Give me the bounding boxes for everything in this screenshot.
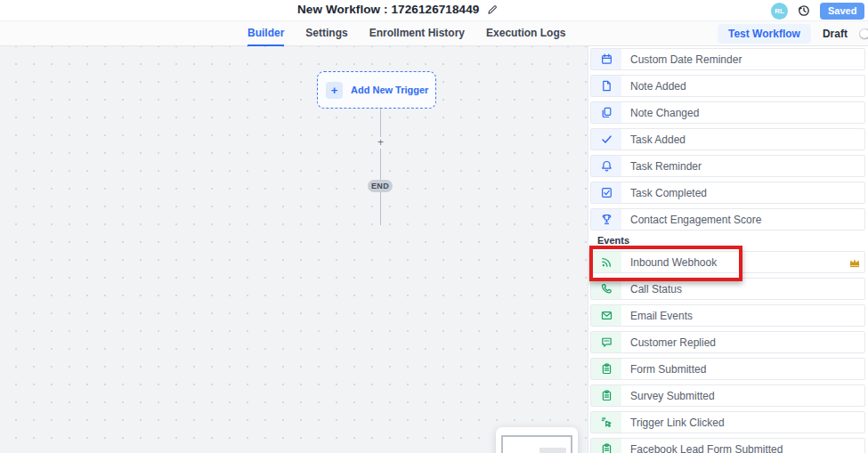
add-step-plus-icon[interactable]: +	[375, 137, 386, 149]
tab-bar: Builder Settings Enrollment History Exec…	[0, 21, 868, 46]
trigger-option-label: Task Reminder	[621, 160, 702, 173]
preview-popup	[496, 427, 578, 453]
trigger-option-facebook-lead-form-submitted[interactable]: Facebook Lead Form Submitted	[590, 438, 865, 453]
trigger-option-task-completed[interactable]: Task Completed	[590, 182, 865, 204]
trigger-option-customer-replied[interactable]: Customer Replied	[590, 331, 865, 353]
draft-label: Draft	[823, 28, 848, 40]
trophy-icon	[591, 209, 621, 230]
trigger-option-label: Call Status	[621, 283, 682, 295]
trigger-option-label: Trigger Link Clicked	[621, 417, 725, 429]
bell-icon	[591, 156, 621, 176]
note-copy-icon	[591, 102, 621, 123]
trigger-option-label: Contact Engagement Score	[621, 214, 761, 226]
history-clock-icon[interactable]	[798, 4, 810, 17]
header-right-cluster: RL Saved	[771, 0, 864, 21]
tab-enrollment-history[interactable]: Enrollment History	[369, 21, 465, 46]
trigger-option-label: Inbound Webhook	[621, 256, 717, 269]
email-icon	[591, 305, 621, 326]
trigger-option-label: Facebook Lead Form Submitted	[621, 443, 783, 453]
trigger-option-email-events[interactable]: Email Events	[590, 304, 865, 327]
trigger-option-note-added[interactable]: Note Added	[590, 75, 865, 97]
trigger-option-call-status[interactable]: Call Status	[590, 278, 865, 300]
trigger-option-label: Note Changed	[621, 107, 699, 119]
top-header: New Workflow : 1726126718449 RL Saved	[0, 0, 868, 21]
trigger-option-contact-engagement-score[interactable]: Contact Engagement Score	[590, 208, 865, 231]
chat-icon	[591, 332, 621, 352]
trigger-option-label: Task Added	[621, 133, 685, 146]
workflow-builder-app: New Workflow : 1726126718449 RL Saved Bu…	[0, 0, 868, 453]
trigger-option-label: Email Events	[621, 310, 693, 322]
publish-toggle[interactable]	[859, 28, 868, 39]
trigger-option-label: Form Submitted	[621, 363, 706, 376]
trigger-option-trigger-link-clicked[interactable]: Trigger Link Clicked	[590, 411, 865, 433]
clipboard-icon	[591, 439, 621, 453]
note-icon	[591, 76, 621, 96]
premium-crown-icon	[848, 256, 861, 269]
clipboard-icon	[591, 385, 621, 406]
preview-placeholder-bar	[539, 448, 566, 453]
connector-line	[380, 109, 381, 225]
plus-icon: +	[326, 82, 343, 99]
link-click-icon	[591, 412, 621, 433]
trigger-options-sidebar: Custom Date Reminder Note Added Note Cha…	[588, 46, 868, 453]
workflow-actions: Test Workflow Draft Publish	[718, 21, 868, 46]
preview-frame	[501, 435, 572, 453]
trigger-option-label: Custom Date Reminder	[621, 53, 742, 66]
add-new-trigger-label: Add New Trigger	[351, 85, 428, 95]
check-icon	[591, 129, 621, 150]
calendar-icon	[591, 49, 621, 69]
trigger-option-task-added[interactable]: Task Added	[590, 128, 865, 150]
toggle-knob	[860, 29, 868, 38]
trigger-option-form-submitted[interactable]: Form Submitted	[590, 358, 865, 380]
tab-settings[interactable]: Settings	[305, 21, 347, 46]
tab-execution-logs[interactable]: Execution Logs	[486, 21, 565, 46]
end-node: END	[368, 180, 393, 192]
trigger-option-inbound-webhook[interactable]: Inbound Webhook	[590, 251, 865, 273]
events-section-label: Events	[597, 235, 864, 246]
tabs: Builder Settings Enrollment History Exec…	[247, 21, 565, 46]
workflow-canvas[interactable]: + Add New Trigger + END	[0, 46, 588, 453]
page-title: New Workflow : 1726126718449	[297, 3, 479, 16]
trigger-option-note-changed[interactable]: Note Changed	[590, 101, 865, 124]
trigger-option-label: Survey Submitted	[621, 390, 715, 402]
trigger-option-task-reminder[interactable]: Task Reminder	[590, 155, 865, 177]
webhook-icon	[591, 252, 621, 272]
trigger-option-label: Customer Replied	[621, 336, 716, 349]
phone-icon	[591, 279, 621, 299]
tab-builder[interactable]: Builder	[247, 21, 284, 46]
trigger-option-custom-date-reminder[interactable]: Custom Date Reminder	[590, 48, 865, 70]
avatar[interactable]: RL	[771, 3, 788, 20]
trigger-option-label: Task Completed	[621, 187, 707, 199]
trigger-option-label: Note Added	[621, 80, 686, 93]
workflow-title-wrap: New Workflow : 1726126718449	[297, 3, 498, 16]
task-check-icon	[591, 182, 621, 203]
add-new-trigger-card[interactable]: + Add New Trigger	[317, 71, 436, 109]
test-workflow-button[interactable]: Test Workflow	[718, 24, 811, 44]
saved-button[interactable]: Saved	[820, 3, 864, 20]
edit-title-icon[interactable]	[487, 4, 498, 15]
trigger-option-survey-submitted[interactable]: Survey Submitted	[590, 384, 865, 407]
clipboard-icon	[591, 359, 621, 379]
